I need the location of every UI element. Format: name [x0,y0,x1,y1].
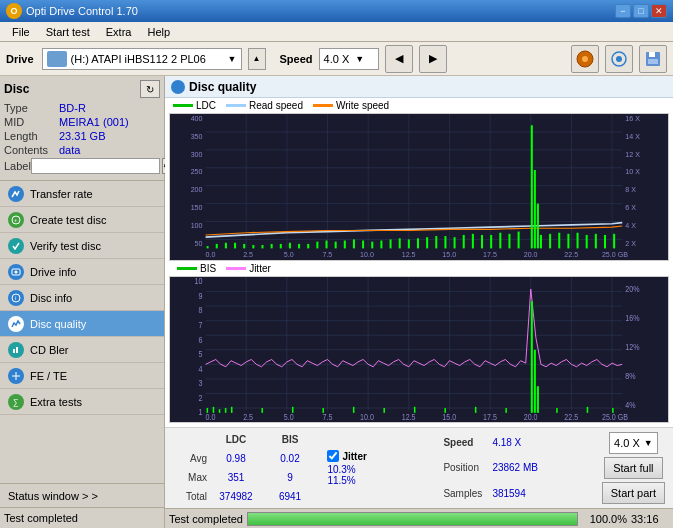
legend-jitter: Jitter [226,263,271,274]
menu-file[interactable]: File [4,24,38,40]
svg-rect-63 [289,243,291,249]
jitter-checkbox[interactable] [327,450,339,462]
svg-rect-150 [225,408,227,413]
menu-extra[interactable]: Extra [98,24,140,40]
svg-rect-74 [390,239,392,248]
svg-rect-159 [475,406,477,412]
svg-text:22.5: 22.5 [564,412,578,422]
left-arrow-button[interactable]: ◀ [385,45,413,73]
svg-text:2 X: 2 X [625,239,636,248]
start-full-button[interactable]: Start full [604,457,662,479]
svg-text:300: 300 [191,149,203,158]
speed-stats: Speed 4.18 X Position 23862 MB Samples 3… [443,430,597,506]
close-button[interactable]: ✕ [651,4,667,18]
test-completed-text: Test completed [4,512,78,524]
eject-button[interactable]: ▲ [248,48,266,70]
svg-text:5.0: 5.0 [284,412,294,422]
svg-rect-164 [556,408,558,413]
stats-grid: LDC BIS Avg 0.98 0.02 Max 351 9 Total 37… [169,430,323,506]
svg-rect-57 [234,243,236,249]
jitter-checkbox-row: Jitter [327,450,439,462]
sidebar-item-cd-bler[interactable]: CD Bler [0,337,164,363]
toolbar: Drive (H:) ATAPI iHBS112 2 PL06 ▼ ▲ Spee… [0,42,673,76]
svg-text:8%: 8% [625,371,635,381]
total-bis-value: 6941 [265,491,315,502]
progress-bar-inner [248,513,577,525]
svg-rect-78 [426,237,428,248]
drive-dropdown-arrow[interactable]: ▼ [228,54,237,64]
drive-select[interactable]: (H:) ATAPI iHBS112 2 PL06 ▼ [42,48,242,70]
svg-text:250: 250 [191,167,203,176]
sidebar-item-disc-info[interactable]: i Disc info [0,285,164,311]
disc-icon-button[interactable] [571,45,599,73]
svg-text:12.5: 12.5 [402,250,416,259]
test-speed-arrow[interactable]: ▼ [644,438,653,448]
settings-button[interactable] [605,45,633,73]
avg-speed-value: 4.18 X [492,437,562,448]
label-input[interactable] [31,158,160,174]
extra-tests-icon: ∑ [8,394,24,410]
svg-text:0.0: 0.0 [206,412,216,422]
sidebar-item-create-test-disc[interactable]: + Create test disc [0,207,164,233]
restore-button[interactable]: □ [633,4,649,18]
svg-rect-155 [353,406,355,412]
svg-text:12 X: 12 X [625,149,640,158]
sidebar-item-fe-te[interactable]: FE / TE [0,363,164,389]
svg-rect-65 [307,244,309,248]
menu-start-test[interactable]: Start test [38,24,98,40]
sidebar-item-verify-test-disc[interactable]: Verify test disc [0,233,164,259]
test-speed-select[interactable]: 4.0 X ▼ [609,432,658,454]
chart-legend-bottom: BIS Jitter [169,261,669,276]
svg-rect-14 [16,347,18,353]
start-part-button[interactable]: Start part [602,482,665,504]
svg-text:17.5: 17.5 [483,412,497,422]
sidebar-item-extra-tests[interactable]: ∑ Extra tests [0,389,164,415]
speed-dropdown-arrow[interactable]: ▼ [355,54,364,64]
jitter-label: Jitter [342,451,366,462]
status-window-button[interactable]: Status window > > [0,484,164,508]
speed-select[interactable]: 4.0 X ▼ [319,48,379,70]
svg-rect-83 [472,234,474,249]
svg-rect-85 [531,125,533,248]
svg-rect-58 [243,244,245,248]
svg-rect-87 [537,204,539,249]
svg-rect-55 [216,244,218,248]
svg-text:22.5: 22.5 [564,250,578,259]
total-samples-value: 381594 [492,488,562,499]
svg-rect-80 [444,236,446,248]
svg-text:5.0: 5.0 [284,250,294,259]
svg-rect-160 [505,408,507,413]
svg-rect-59 [252,245,254,248]
drive-value: (H:) ATAPI iHBS112 2 PL06 [71,53,206,65]
svg-text:∑: ∑ [13,398,19,407]
svg-rect-94 [558,233,560,249]
progress-bar-outer [247,512,578,526]
sidebar-item-transfer-rate[interactable]: Transfer rate [0,181,164,207]
drive-info-icon [8,264,24,280]
sidebar-item-drive-info[interactable]: Drive info [0,259,164,285]
svg-rect-163 [537,386,539,413]
save-button[interactable] [639,45,667,73]
legend-jitter-color [226,267,246,270]
jitter-stats: Jitter 10.3% 11.5% [323,430,443,506]
max-ldc-value: 351 [211,472,261,483]
svg-point-10 [15,270,18,273]
right-arrow-button[interactable]: ▶ [419,45,447,73]
sidebar-item-disc-quality[interactable]: Disc quality [0,311,164,337]
svg-rect-61 [271,244,273,248]
svg-text:20.0: 20.0 [524,250,538,259]
speed-value: 4.0 X [324,53,350,65]
total-row-label: Total [169,491,207,502]
minimize-button[interactable]: − [615,4,631,18]
svg-text:4: 4 [199,364,204,374]
avg-ldc-value: 0.98 [211,453,261,464]
legend-ldc-color [173,104,193,107]
disc-refresh-button[interactable]: ↻ [140,80,160,98]
svg-rect-68 [335,242,337,249]
svg-rect-81 [454,237,456,248]
legend-bis-color [177,267,197,270]
bis-col-header: BIS [265,434,315,445]
svg-rect-161 [531,301,533,413]
menu-help[interactable]: Help [139,24,178,40]
svg-text:16%: 16% [625,313,639,323]
